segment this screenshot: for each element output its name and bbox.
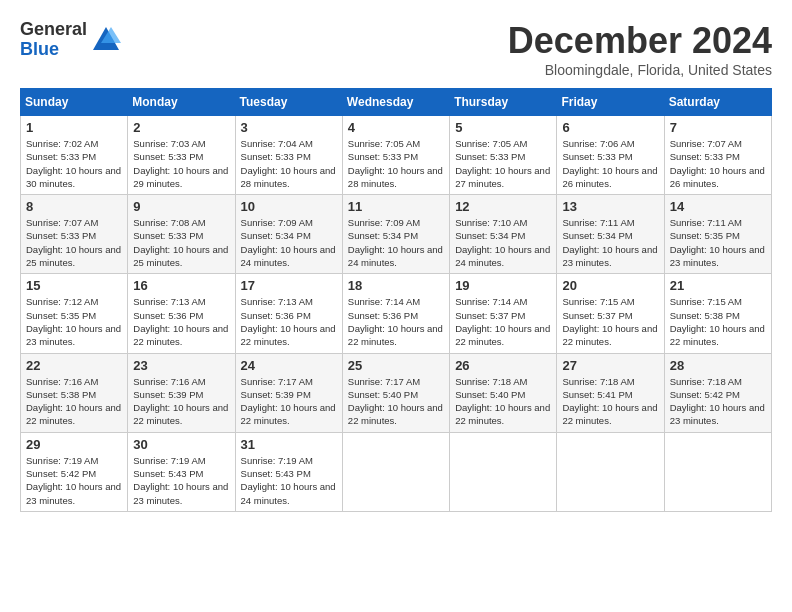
day-info: Sunrise: 7:06 AMSunset: 5:33 PMDaylight:… [562,138,657,189]
day-number: 17 [241,278,337,293]
day-info: Sunrise: 7:19 AMSunset: 5:42 PMDaylight:… [26,455,121,506]
calendar-cell: 7 Sunrise: 7:07 AMSunset: 5:33 PMDayligh… [664,116,771,195]
weekday-header: Monday [128,89,235,116]
calendar-cell [664,432,771,511]
day-number: 13 [562,199,658,214]
logo: General Blue [20,20,121,60]
day-info: Sunrise: 7:13 AMSunset: 5:36 PMDaylight:… [241,296,336,347]
day-number: 3 [241,120,337,135]
calendar-cell: 1 Sunrise: 7:02 AMSunset: 5:33 PMDayligh… [21,116,128,195]
logo-general: General [20,20,87,40]
calendar-cell: 2 Sunrise: 7:03 AMSunset: 5:33 PMDayligh… [128,116,235,195]
day-info: Sunrise: 7:15 AMSunset: 5:37 PMDaylight:… [562,296,657,347]
calendar-cell: 22 Sunrise: 7:16 AMSunset: 5:38 PMDaylig… [21,353,128,432]
day-number: 24 [241,358,337,373]
calendar-cell: 19 Sunrise: 7:14 AMSunset: 5:37 PMDaylig… [450,274,557,353]
calendar-cell: 9 Sunrise: 7:08 AMSunset: 5:33 PMDayligh… [128,195,235,274]
calendar-week-row: 22 Sunrise: 7:16 AMSunset: 5:38 PMDaylig… [21,353,772,432]
calendar-cell: 24 Sunrise: 7:17 AMSunset: 5:39 PMDaylig… [235,353,342,432]
logo-icon [91,25,121,55]
month-title: December 2024 [508,20,772,62]
day-info: Sunrise: 7:11 AMSunset: 5:34 PMDaylight:… [562,217,657,268]
calendar-cell: 6 Sunrise: 7:06 AMSunset: 5:33 PMDayligh… [557,116,664,195]
calendar-week-row: 1 Sunrise: 7:02 AMSunset: 5:33 PMDayligh… [21,116,772,195]
day-number: 10 [241,199,337,214]
day-info: Sunrise: 7:16 AMSunset: 5:38 PMDaylight:… [26,376,121,427]
day-number: 27 [562,358,658,373]
calendar-cell [557,432,664,511]
day-number: 16 [133,278,229,293]
day-number: 5 [455,120,551,135]
calendar-cell: 20 Sunrise: 7:15 AMSunset: 5:37 PMDaylig… [557,274,664,353]
calendar-cell: 3 Sunrise: 7:04 AMSunset: 5:33 PMDayligh… [235,116,342,195]
calendar-cell: 16 Sunrise: 7:13 AMSunset: 5:36 PMDaylig… [128,274,235,353]
day-number: 7 [670,120,766,135]
day-number: 31 [241,437,337,452]
day-info: Sunrise: 7:05 AMSunset: 5:33 PMDaylight:… [348,138,443,189]
calendar-cell: 5 Sunrise: 7:05 AMSunset: 5:33 PMDayligh… [450,116,557,195]
day-info: Sunrise: 7:18 AMSunset: 5:40 PMDaylight:… [455,376,550,427]
day-info: Sunrise: 7:17 AMSunset: 5:39 PMDaylight:… [241,376,336,427]
calendar-cell: 18 Sunrise: 7:14 AMSunset: 5:36 PMDaylig… [342,274,449,353]
day-number: 6 [562,120,658,135]
day-number: 26 [455,358,551,373]
weekday-header: Saturday [664,89,771,116]
day-number: 9 [133,199,229,214]
calendar-week-row: 8 Sunrise: 7:07 AMSunset: 5:33 PMDayligh… [21,195,772,274]
calendar-cell: 28 Sunrise: 7:18 AMSunset: 5:42 PMDaylig… [664,353,771,432]
location: Bloomingdale, Florida, United States [508,62,772,78]
day-info: Sunrise: 7:15 AMSunset: 5:38 PMDaylight:… [670,296,765,347]
day-number: 4 [348,120,444,135]
calendar-cell: 12 Sunrise: 7:10 AMSunset: 5:34 PMDaylig… [450,195,557,274]
day-number: 25 [348,358,444,373]
calendar-cell: 30 Sunrise: 7:19 AMSunset: 5:43 PMDaylig… [128,432,235,511]
day-number: 8 [26,199,122,214]
weekday-header: Friday [557,89,664,116]
day-number: 23 [133,358,229,373]
day-info: Sunrise: 7:19 AMSunset: 5:43 PMDaylight:… [133,455,228,506]
day-number: 11 [348,199,444,214]
day-number: 20 [562,278,658,293]
calendar-cell: 14 Sunrise: 7:11 AMSunset: 5:35 PMDaylig… [664,195,771,274]
weekday-header: Tuesday [235,89,342,116]
day-info: Sunrise: 7:16 AMSunset: 5:39 PMDaylight:… [133,376,228,427]
day-info: Sunrise: 7:19 AMSunset: 5:43 PMDaylight:… [241,455,336,506]
calendar-table: SundayMondayTuesdayWednesdayThursdayFrid… [20,88,772,512]
calendar-header-row: SundayMondayTuesdayWednesdayThursdayFrid… [21,89,772,116]
day-info: Sunrise: 7:17 AMSunset: 5:40 PMDaylight:… [348,376,443,427]
calendar-cell: 26 Sunrise: 7:18 AMSunset: 5:40 PMDaylig… [450,353,557,432]
calendar-cell [342,432,449,511]
calendar-cell: 23 Sunrise: 7:16 AMSunset: 5:39 PMDaylig… [128,353,235,432]
day-info: Sunrise: 7:02 AMSunset: 5:33 PMDaylight:… [26,138,121,189]
calendar-cell: 29 Sunrise: 7:19 AMSunset: 5:42 PMDaylig… [21,432,128,511]
calendar-cell: 10 Sunrise: 7:09 AMSunset: 5:34 PMDaylig… [235,195,342,274]
calendar-cell: 31 Sunrise: 7:19 AMSunset: 5:43 PMDaylig… [235,432,342,511]
day-number: 15 [26,278,122,293]
page-header: General Blue December 2024 Bloomingdale,… [20,20,772,78]
calendar-cell: 11 Sunrise: 7:09 AMSunset: 5:34 PMDaylig… [342,195,449,274]
day-number: 22 [26,358,122,373]
weekday-header: Wednesday [342,89,449,116]
day-number: 2 [133,120,229,135]
calendar-week-row: 15 Sunrise: 7:12 AMSunset: 5:35 PMDaylig… [21,274,772,353]
calendar-cell: 13 Sunrise: 7:11 AMSunset: 5:34 PMDaylig… [557,195,664,274]
day-info: Sunrise: 7:09 AMSunset: 5:34 PMDaylight:… [241,217,336,268]
calendar-cell: 8 Sunrise: 7:07 AMSunset: 5:33 PMDayligh… [21,195,128,274]
day-info: Sunrise: 7:05 AMSunset: 5:33 PMDaylight:… [455,138,550,189]
day-info: Sunrise: 7:10 AMSunset: 5:34 PMDaylight:… [455,217,550,268]
day-number: 30 [133,437,229,452]
day-info: Sunrise: 7:14 AMSunset: 5:36 PMDaylight:… [348,296,443,347]
day-info: Sunrise: 7:14 AMSunset: 5:37 PMDaylight:… [455,296,550,347]
day-number: 19 [455,278,551,293]
day-info: Sunrise: 7:13 AMSunset: 5:36 PMDaylight:… [133,296,228,347]
calendar-cell: 25 Sunrise: 7:17 AMSunset: 5:40 PMDaylig… [342,353,449,432]
title-block: December 2024 Bloomingdale, Florida, Uni… [508,20,772,78]
day-number: 28 [670,358,766,373]
day-info: Sunrise: 7:03 AMSunset: 5:33 PMDaylight:… [133,138,228,189]
day-info: Sunrise: 7:18 AMSunset: 5:41 PMDaylight:… [562,376,657,427]
weekday-header: Sunday [21,89,128,116]
calendar-cell: 21 Sunrise: 7:15 AMSunset: 5:38 PMDaylig… [664,274,771,353]
day-number: 21 [670,278,766,293]
logo-blue: Blue [20,40,87,60]
calendar-cell: 27 Sunrise: 7:18 AMSunset: 5:41 PMDaylig… [557,353,664,432]
